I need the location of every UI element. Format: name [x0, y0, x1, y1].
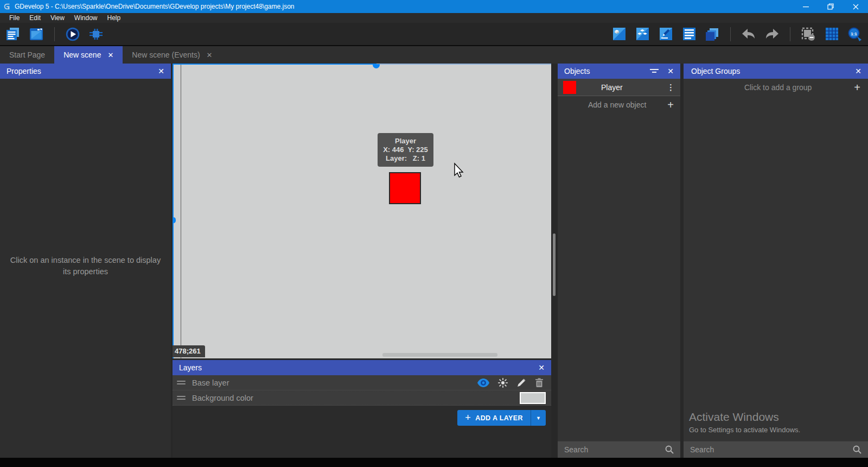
vertical-scrollbar[interactable]: [553, 234, 556, 296]
plus-icon[interactable]: +: [854, 81, 860, 94]
close-icon[interactable]: ✕: [538, 363, 545, 372]
project-manager-icon[interactable]: [5, 27, 21, 42]
close-icon[interactable]: ✕: [855, 67, 861, 75]
add-object-row[interactable]: Add a new object +: [558, 96, 680, 113]
tab-new-scene[interactable]: New scene ✕: [54, 46, 123, 64]
activate-windows-watermark: Activate Windows Go to Settings to activ…: [689, 411, 800, 434]
objects-search-input[interactable]: [564, 445, 665, 454]
tab-new-scene-events[interactable]: New scene (Events) ✕: [123, 46, 221, 64]
layer-row-background[interactable]: Background color: [173, 390, 551, 406]
tooltip-position: X: 446 Y: 225: [378, 146, 433, 154]
canvas-top-resize-handle[interactable]: [373, 64, 380, 68]
more-options-icon[interactable]: ⋮: [667, 83, 675, 92]
mask-icon[interactable]: [801, 27, 816, 42]
toolbar-separator: [790, 27, 790, 41]
titlebar: GDevelop 5 - C:\Users\Sparkle\OneDrive\D…: [0, 0, 868, 13]
tab-label: New scene (Events): [132, 51, 200, 59]
horizontal-scrollbar[interactable]: [382, 353, 497, 357]
close-icon[interactable]: ✕: [158, 67, 164, 75]
toolbar-separator: [54, 27, 55, 41]
drag-handle-icon[interactable]: [177, 381, 186, 384]
edit-pencil-icon[interactable]: [516, 378, 526, 388]
grid-icon[interactable]: [824, 27, 839, 42]
panel-title: Object Groups: [691, 67, 740, 75]
scene-canvas[interactable]: Player X: 446 Y: 225 Layer: Z: 1 478;261: [173, 64, 551, 358]
minimize-button[interactable]: [793, 0, 818, 13]
object-row-player[interactable]: Player ⋮: [558, 79, 680, 96]
plus-icon: +: [465, 412, 471, 424]
add-group-label: Click to add a group: [691, 83, 854, 92]
canvas-left-resize-handle[interactable]: [173, 217, 176, 223]
close-icon[interactable]: ✕: [667, 67, 674, 75]
panel-title: Objects: [564, 67, 590, 75]
tabbar: Start Page New scene ✕ New scene (Events…: [0, 46, 868, 64]
tooltip-object-name: Player: [378, 137, 433, 146]
object-groups-icon[interactable]: [635, 27, 650, 42]
toolbar: 1:1: [0, 23, 868, 46]
splitter-objects[interactable]: [551, 64, 558, 458]
objects-search-bar: [558, 441, 680, 458]
search-icon: [665, 445, 674, 454]
cursor-coordinates-badge: 478;261: [173, 345, 205, 357]
close-window-button[interactable]: [843, 0, 868, 13]
play-button[interactable]: [65, 27, 80, 42]
bottom-strip: [0, 458, 868, 467]
instance-tooltip: Player X: 446 Y: 225 Layer: Z: 1: [378, 133, 433, 167]
filter-icon[interactable]: [650, 68, 659, 74]
menu-edit[interactable]: Edit: [24, 13, 46, 23]
menu-view[interactable]: View: [46, 13, 69, 23]
gdevelop-logo-icon: [3, 3, 11, 10]
objects-list-icon[interactable]: [611, 27, 627, 42]
player-object-instance[interactable]: [389, 172, 421, 204]
tab-label: Start Page: [9, 51, 45, 59]
toolbar-separator: [730, 27, 731, 41]
layer-row-base[interactable]: Base layer: [173, 375, 551, 390]
menu-file[interactable]: File: [4, 13, 24, 23]
object-groups-panel: Object Groups ✕ Click to add a group + A…: [684, 64, 868, 458]
gdevelop-window: GDevelop 5 - C:\Users\Sparkle\OneDrive\D…: [0, 0, 868, 467]
close-icon[interactable]: ✕: [207, 51, 213, 59]
window-title: GDevelop 5 - C:\Users\Sparkle\OneDrive\D…: [15, 3, 295, 10]
instance-properties-icon[interactable]: [658, 27, 673, 42]
visibility-eye-icon[interactable]: [477, 378, 489, 387]
menu-window[interactable]: Window: [69, 13, 103, 23]
plus-icon[interactable]: +: [667, 99, 674, 111]
groups-search-bar: [684, 441, 868, 458]
instances-list-icon[interactable]: [681, 27, 697, 42]
layer-name: Base layer: [192, 378, 477, 387]
debug-icon[interactable]: [88, 27, 104, 42]
add-layer-button[interactable]: + ADD A LAYER ▼: [457, 410, 546, 426]
tooltip-layer: Layer: Z: 1: [378, 154, 433, 163]
object-thumbnail: [563, 81, 576, 94]
drag-handle-icon[interactable]: [177, 396, 186, 400]
background-color-swatch[interactable]: [520, 392, 546, 404]
objects-panel: Objects ✕ Player ⋮ Add a new object +: [558, 64, 680, 458]
layers-panel-header: Layers ✕: [173, 360, 551, 375]
scene-editor-icon[interactable]: [29, 27, 44, 42]
svg-text:1:1: 1:1: [851, 31, 857, 36]
scene-origin-line: [181, 65, 181, 358]
redo-icon[interactable]: [764, 27, 780, 42]
zoom-1-1-icon[interactable]: 1:1: [847, 27, 863, 42]
add-layer-label: ADD A LAYER: [475, 414, 523, 422]
delete-trash-icon[interactable]: [535, 378, 544, 388]
undo-icon[interactable]: [741, 27, 756, 42]
chevron-down-icon[interactable]: ▼: [531, 410, 546, 426]
layer-name: Background color: [192, 394, 520, 402]
restore-button[interactable]: [818, 0, 843, 13]
effects-icon[interactable]: [498, 378, 508, 388]
canvas-left-border: [173, 64, 174, 358]
add-group-row[interactable]: Click to add a group +: [684, 79, 868, 96]
tab-start-page[interactable]: Start Page: [0, 46, 54, 64]
canvas-top-border-muted: [376, 64, 551, 65]
close-icon[interactable]: ✕: [107, 51, 113, 59]
search-icon: [853, 445, 861, 454]
tab-label: New scene: [63, 51, 101, 59]
objects-panel-header: Objects ✕: [558, 64, 680, 79]
menu-help[interactable]: Help: [103, 13, 126, 23]
layers-icon[interactable]: [705, 27, 720, 42]
menubar: File Edit View Window Help: [0, 13, 868, 23]
object-name: Player: [601, 83, 667, 92]
groups-search-input[interactable]: [690, 445, 853, 454]
add-object-label: Add a new object: [588, 100, 667, 109]
